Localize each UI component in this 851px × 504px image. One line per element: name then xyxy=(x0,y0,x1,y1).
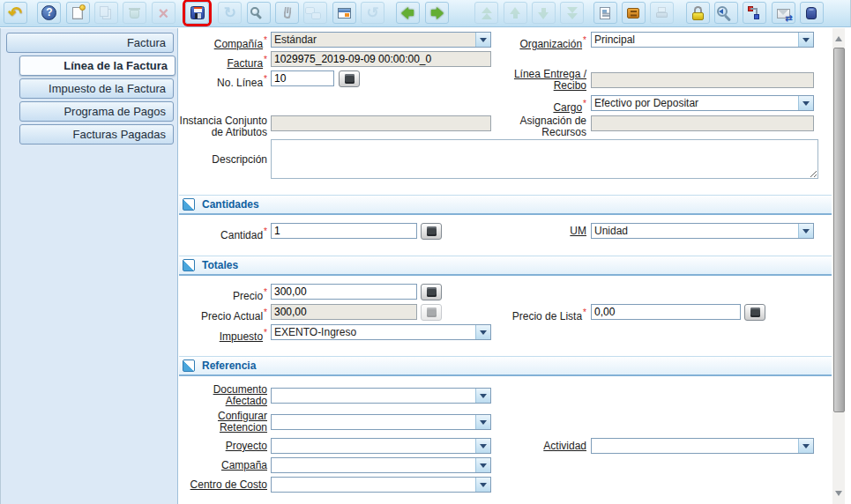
quantities-section-title: Cantidades xyxy=(202,198,259,211)
collapse-section-icon[interactable] xyxy=(183,259,195,271)
last-record-button xyxy=(560,2,584,24)
organization-dropdown[interactable]: Principal xyxy=(591,32,814,48)
organization-label[interactable]: Organización* xyxy=(454,34,586,50)
vertical-scrollbar[interactable] xyxy=(832,28,845,504)
lock-button[interactable] xyxy=(686,2,710,24)
quantity-calculator-button[interactable] xyxy=(421,223,442,240)
charge-dropdown[interactable]: Efectivo por Depositar xyxy=(591,95,814,111)
product-info-button[interactable] xyxy=(800,2,824,24)
archive-button[interactable] xyxy=(622,2,646,24)
quantities-section-header: Cantidades xyxy=(179,195,832,215)
list-price-label: Precio de Lista* xyxy=(454,307,586,322)
new-record-button[interactable] xyxy=(66,2,90,24)
required-star: * xyxy=(583,308,586,317)
previous-record-button xyxy=(504,2,527,24)
required-star: * xyxy=(264,74,267,84)
attachment-button[interactable] xyxy=(275,2,299,24)
activity-value xyxy=(592,439,798,453)
invoice-field xyxy=(271,51,491,67)
description-textarea[interactable] xyxy=(271,139,818,179)
dropdown-arrow-icon xyxy=(798,96,813,110)
withholding-config-label[interactable]: Configurar Retencion xyxy=(179,411,267,434)
save-button[interactable] xyxy=(185,2,209,24)
price-label: Precio* xyxy=(179,286,267,302)
price-input[interactable] xyxy=(271,284,417,300)
tab-sidebar: Factura Línea de la Factura Impuesto de … xyxy=(0,28,178,504)
requests-button[interactable] xyxy=(772,2,795,24)
required-star: * xyxy=(264,35,267,45)
mail-icon xyxy=(777,9,790,19)
tax-label[interactable]: Impuesto* xyxy=(179,327,267,343)
amounts-section-header: Totales xyxy=(179,256,832,276)
list-price-calculator-button[interactable] xyxy=(744,304,765,321)
price-calculator-button[interactable] xyxy=(421,284,442,300)
affected-document-dropdown[interactable] xyxy=(271,388,491,404)
withholding-config-dropdown[interactable] xyxy=(271,414,491,430)
chat-button xyxy=(303,2,327,24)
tax-dropdown[interactable]: EXENTO-Ingreso xyxy=(271,324,491,340)
double-down-arrow-icon xyxy=(566,7,579,19)
dropdown-arrow-icon xyxy=(475,415,490,429)
zoom-across-button[interactable] xyxy=(714,2,738,24)
trash-icon xyxy=(130,10,139,19)
activity-dropdown[interactable] xyxy=(591,438,814,454)
report-button[interactable] xyxy=(593,2,617,24)
cost-center-label[interactable]: Centro de Costo xyxy=(179,479,267,491)
cost-center-dropdown[interactable] xyxy=(271,477,491,493)
campaign-label[interactable]: Campaña xyxy=(179,460,267,471)
tab-invoice-tax[interactable]: Impuesto de la Factura xyxy=(19,78,174,99)
reference-section-title: Referencia xyxy=(202,359,256,372)
collapse-section-icon[interactable] xyxy=(183,198,195,211)
grid-toggle-icon xyxy=(338,8,351,19)
line-no-input[interactable] xyxy=(271,70,334,86)
activity-label[interactable]: Actividad xyxy=(454,441,586,452)
undo-icon xyxy=(9,4,23,21)
tab-invoice[interactable]: Factura xyxy=(6,33,174,53)
find-button[interactable] xyxy=(247,2,271,24)
save-icon xyxy=(190,6,205,19)
list-price-input[interactable] xyxy=(591,304,741,320)
required-star: * xyxy=(583,99,586,108)
grid-toggle-button[interactable] xyxy=(332,2,356,24)
campaign-dropdown[interactable] xyxy=(271,457,491,473)
lock-icon xyxy=(692,6,704,20)
uom-label[interactable]: UM xyxy=(454,226,586,237)
scroll-up-arrow-icon[interactable] xyxy=(835,33,842,41)
amounts-section-title: Totales xyxy=(202,259,238,271)
workflow-button[interactable] xyxy=(743,2,766,24)
shipment-receipt-line-label[interactable]: Línea Entrega / Recibo xyxy=(507,69,586,92)
tab-paid-invoices[interactable]: Facturas Pagadas xyxy=(19,124,174,145)
help-button[interactable] xyxy=(37,2,61,24)
dropdown-arrow-icon xyxy=(798,33,813,47)
first-record-button xyxy=(474,2,498,24)
invoice-label[interactable]: Factura* xyxy=(179,54,267,70)
uom-dropdown[interactable]: Unidad xyxy=(591,223,814,239)
uom-value: Unidad xyxy=(592,224,798,238)
collapse-section-icon[interactable] xyxy=(183,359,195,372)
charge-label[interactable]: Cargo* xyxy=(454,98,586,114)
tab-invoice-line[interactable]: Línea de la Factura xyxy=(19,56,175,76)
attribute-set-instance-field xyxy=(271,115,491,131)
affected-document-label[interactable]: Documento Afectado xyxy=(179,384,267,407)
price-actual-field xyxy=(271,304,417,320)
price-actual-calculator-button xyxy=(421,304,442,321)
tax-value: EXENTO-Ingreso xyxy=(272,325,475,339)
quantity-input[interactable] xyxy=(271,223,417,239)
parent-record-button[interactable] xyxy=(396,2,420,24)
zoom-across-icon xyxy=(717,6,728,17)
delete-selection-button xyxy=(152,2,175,24)
print-button xyxy=(650,2,674,24)
line-no-calculator-button[interactable] xyxy=(339,70,360,87)
search-icon xyxy=(250,7,259,16)
scroll-down-arrow-icon[interactable] xyxy=(835,491,842,500)
company-label[interactable]: Compañía* xyxy=(179,34,267,50)
required-star: * xyxy=(264,287,267,297)
tab-payment-schedule[interactable]: Programa de Pagos xyxy=(19,101,174,122)
dropdown-arrow-icon xyxy=(798,224,813,238)
project-label[interactable]: Proyecto xyxy=(179,441,267,452)
up-arrow-icon xyxy=(509,7,521,19)
scrollbar-thumb[interactable] xyxy=(833,48,845,412)
undo-button[interactable] xyxy=(4,2,27,24)
attribute-set-instance-label: Instancia Conjunto de Atributos xyxy=(179,115,267,138)
detail-record-button[interactable] xyxy=(425,2,449,24)
